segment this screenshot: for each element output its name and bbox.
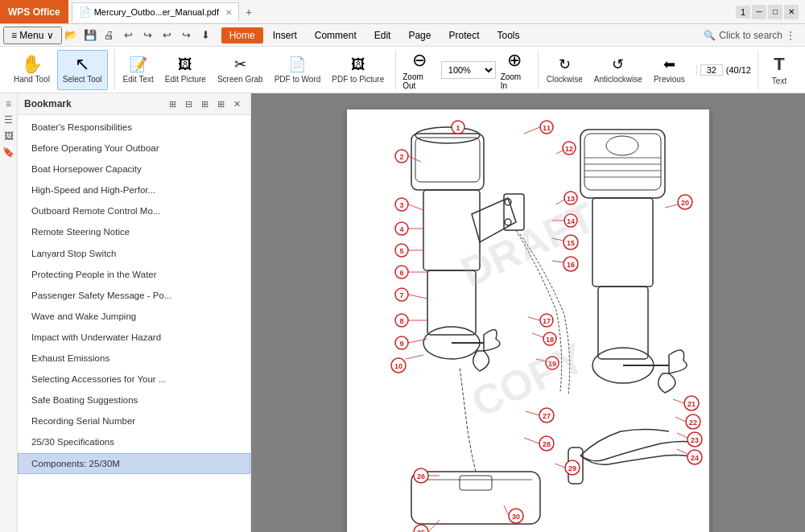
- undo2-btn[interactable]: ↩: [159, 27, 176, 44]
- search-icon: 🔍: [704, 30, 716, 41]
- maximize-button[interactable]: □: [768, 5, 782, 19]
- print-btn[interactable]: 🖨: [101, 27, 118, 44]
- left-panel-icon-3[interactable]: 🖼: [2, 129, 16, 143]
- svg-text:11: 11: [543, 124, 551, 132]
- svg-text:15: 15: [567, 239, 575, 247]
- svg-line-94: [406, 355, 423, 359]
- svg-text:8: 8: [399, 317, 403, 325]
- pdf-area[interactable]: DRAFT COPY: [251, 93, 805, 532]
- download-btn[interactable]: ⬇: [197, 27, 215, 44]
- nav-icons: 📂 💾 🖨 ↩ ↪ ↩ ↪ ⬇: [62, 27, 215, 44]
- pdf-tab[interactable]: 📄 Mercury_Outbo...er_Manual.pdf ✕: [72, 2, 239, 22]
- edit-picture-icon: 🖼: [178, 56, 192, 73]
- hand-tool-button[interactable]: ✋ Hand Tool: [8, 50, 56, 90]
- tab-page[interactable]: Page: [400, 27, 439, 43]
- previous-icon: ⬅: [663, 56, 675, 73]
- redo-btn[interactable]: ↪: [139, 27, 157, 44]
- hand-icon: ✋: [21, 56, 43, 73]
- zoom-select[interactable]: 100% 75% 125% 150%: [441, 61, 496, 79]
- svg-text:4: 4: [399, 225, 403, 233]
- svg-text:26: 26: [417, 472, 425, 480]
- sidebar-item-0[interactable]: Boater's Responsibilities: [18, 117, 250, 138]
- sidebar-item-3[interactable]: High-Speed and High-Perfor...: [18, 179, 250, 200]
- tab-bar: 📄 Mercury_Outbo...er_Manual.pdf ✕ +: [68, 2, 736, 22]
- svg-line-111: [526, 411, 539, 415]
- anticlockwise-button[interactable]: ↺ Anticlockwise: [589, 50, 647, 90]
- sidebar-item-6[interactable]: Lanyard Stop Switch: [18, 243, 250, 264]
- text-tool-button[interactable]: T Text: [762, 50, 797, 90]
- open-btn[interactable]: 📂: [62, 27, 80, 44]
- tab-protect[interactable]: Protect: [440, 27, 487, 43]
- page-number-input[interactable]: [700, 64, 723, 76]
- tab-comment[interactable]: Comment: [307, 27, 365, 43]
- sidebar-close-btn[interactable]: ✕: [229, 97, 244, 111]
- sidebar-item-8[interactable]: Passenger Safety Message - Po...: [18, 285, 250, 306]
- minimize-button[interactable]: ─: [752, 5, 766, 19]
- tab-close-btn[interactable]: ✕: [225, 8, 232, 17]
- pdf-page: DRAFT COPY: [347, 109, 709, 532]
- svg-line-112: [524, 438, 539, 443]
- sidebar-item-13[interactable]: Safe Boating Suggestions: [18, 390, 250, 410]
- sidebar-item-7[interactable]: Protecting People in the Water: [18, 264, 250, 285]
- left-panel-icon-4[interactable]: 🔖: [2, 145, 16, 159]
- search-label: Click to search: [719, 30, 782, 41]
- svg-text:24: 24: [691, 454, 699, 462]
- select-tool-button[interactable]: ↖ Select Tool: [57, 50, 108, 90]
- save-btn[interactable]: 💾: [81, 27, 99, 44]
- text-label: Text: [772, 76, 786, 85]
- left-panel-icon-1[interactable]: ≡: [2, 97, 16, 111]
- redo2-btn[interactable]: ↪: [178, 27, 196, 44]
- pdf-to-picture-button[interactable]: 🖼 PDF to Picture: [327, 50, 389, 90]
- sidebar-item-15[interactable]: 25/30 Specifications: [18, 431, 250, 452]
- clockwise-button[interactable]: ↻ Clockwise: [542, 50, 588, 90]
- sidebar-item-10[interactable]: Impact with Underwater Hazard: [18, 327, 250, 348]
- edit-picture-button[interactable]: 🖼 Edit Picture: [160, 50, 211, 90]
- tab-tools[interactable]: Tools: [489, 27, 527, 43]
- close-button[interactable]: ✕: [784, 5, 799, 19]
- zoom-out-label: Zoom Out: [402, 72, 436, 90]
- left-panel-icon-2[interactable]: ☰: [2, 113, 16, 127]
- svg-rect-17: [592, 198, 653, 287]
- tab-insert[interactable]: Insert: [265, 27, 305, 43]
- sidebar-item-16[interactable]: Components: 25/30M: [18, 453, 250, 474]
- edit-text-icon: 📝: [130, 56, 147, 73]
- sidebar-item-11[interactable]: Exhaust Emissions: [18, 348, 250, 369]
- svg-text:27: 27: [543, 412, 551, 420]
- previous-button[interactable]: ⬅ Previous: [649, 50, 690, 90]
- svg-line-101: [528, 317, 540, 320]
- zoom-out-button[interactable]: ⊖ Zoom Out: [399, 50, 440, 90]
- svg-text:10: 10: [394, 362, 402, 370]
- search-area[interactable]: 🔍 Click to search ⋮: [697, 28, 802, 43]
- wps-logo: WPS Office: [0, 0, 68, 23]
- svg-text:22: 22: [689, 419, 697, 427]
- svg-text:6: 6: [399, 269, 403, 277]
- diagram-svg: 1 2 3 4 5 6: [347, 109, 709, 532]
- text-icon: T: [774, 54, 784, 75]
- sidebar-icon-4[interactable]: ⊞: [213, 97, 228, 111]
- sidebar-icon-1[interactable]: ⊞: [165, 97, 180, 111]
- sidebar-icon-2[interactable]: ⊟: [181, 97, 196, 111]
- sidebar-item-1[interactable]: Before Operating Your Outboar: [18, 138, 250, 159]
- sidebar-item-9[interactable]: Wave and Wake Jumping: [18, 306, 250, 327]
- sidebar-icon-3[interactable]: ⊞: [197, 97, 212, 111]
- sidebar-item-5[interactable]: Remote Steering Notice: [18, 221, 250, 242]
- sidebar-item-2[interactable]: Boat Horsepower Capacity: [18, 159, 250, 179]
- svg-line-107: [677, 433, 687, 438]
- pdf-to-word-button[interactable]: 📄 PDF to Word: [270, 50, 326, 90]
- new-tab-button[interactable]: +: [241, 4, 257, 20]
- clockwise-label: Clockwise: [547, 75, 583, 84]
- undo-btn[interactable]: ↩: [120, 27, 138, 44]
- menu-button[interactable]: ≡ Menu ∨: [3, 27, 62, 44]
- svg-text:19: 19: [548, 360, 556, 368]
- screen-grab-button[interactable]: ✂ Screen Grab: [213, 50, 268, 90]
- zoom-in-button[interactable]: ⊕ Zoom In: [497, 50, 531, 90]
- window-badge: 1: [736, 6, 750, 19]
- sidebar-item-4[interactable]: Outboard Remote Control Mo...: [18, 200, 250, 221]
- sidebar-item-14[interactable]: Recording Serial Number: [18, 410, 250, 431]
- tab-home[interactable]: Home: [221, 27, 263, 43]
- tab-edit[interactable]: Edit: [366, 27, 399, 43]
- svg-line-97: [556, 200, 564, 204]
- edit-text-button[interactable]: 📝 Edit Text: [118, 50, 159, 90]
- edit-picture-label: Edit Picture: [165, 75, 206, 84]
- sidebar-item-12[interactable]: Selecting Accessories for Your ...: [18, 369, 250, 390]
